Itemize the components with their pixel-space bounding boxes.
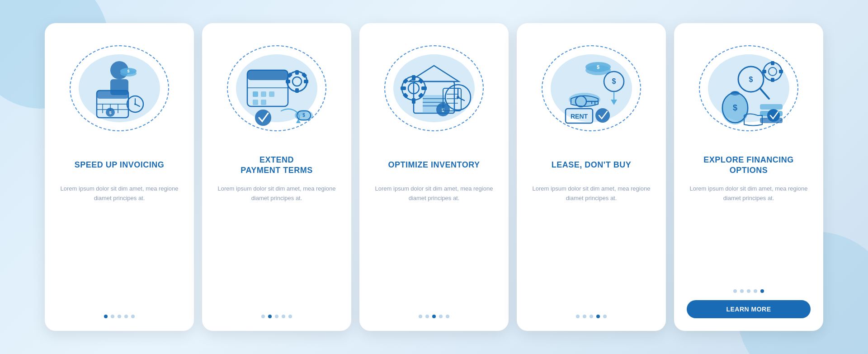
card-3-title: OPTIMIZE INVENTORY <box>388 153 480 177</box>
card-4-dots <box>576 315 607 318</box>
dot[interactable] <box>288 315 292 318</box>
svg-point-72 <box>569 93 600 106</box>
card-5-dots <box>733 289 764 293</box>
svg-text:$: $ <box>109 110 111 115</box>
dot[interactable] <box>425 315 429 318</box>
svg-rect-23 <box>269 91 274 97</box>
dot[interactable] <box>282 315 285 318</box>
card-1-dots <box>104 315 135 318</box>
dot[interactable] <box>419 315 422 318</box>
svg-text:$: $ <box>733 103 737 112</box>
dot[interactable] <box>124 315 128 318</box>
svg-text:$: $ <box>302 113 305 118</box>
svg-point-27 <box>292 77 302 86</box>
svg-rect-92 <box>762 70 766 73</box>
dot[interactable] <box>590 315 593 318</box>
svg-rect-22 <box>261 91 266 97</box>
card-2-desc: Lorem ipsum dolor sit dim amet, mea regi… <box>215 184 339 305</box>
dot[interactable] <box>111 315 114 318</box>
illustration-optimize-inventory: $ <box>380 34 488 143</box>
svg-rect-19 <box>247 70 288 80</box>
svg-rect-24 <box>253 100 258 105</box>
svg-rect-94 <box>760 104 783 110</box>
svg-marker-71 <box>611 100 617 105</box>
svg-point-79 <box>595 108 610 123</box>
dot-active[interactable] <box>268 315 272 318</box>
card-2-dots <box>261 315 292 318</box>
dot[interactable] <box>446 315 449 318</box>
card-1-desc: Lorem ipsum dolor sit dim amet, mea regi… <box>57 184 181 305</box>
svg-rect-49 <box>401 86 406 90</box>
svg-rect-3 <box>97 91 128 99</box>
svg-rect-31 <box>304 80 308 83</box>
illustration-extend-payment: $ <box>222 34 331 143</box>
svg-text:$: $ <box>749 76 753 83</box>
card-4-desc: Lorem ipsum dolor sit dim amet, mea regi… <box>529 184 653 305</box>
card-extend-payment-terms: $ EXTENDPAYMENT TERMS Lorem ipsum dolor … <box>202 23 351 331</box>
svg-rect-21 <box>253 91 258 97</box>
cards-container: $ $ SPEED UP INVOICING Lorem ipsum dolor… <box>36 14 832 340</box>
svg-rect-93 <box>779 70 783 73</box>
svg-rect-50 <box>421 86 427 90</box>
svg-rect-30 <box>286 80 290 83</box>
dot-active[interactable] <box>104 315 108 318</box>
dot[interactable] <box>439 315 443 318</box>
dot[interactable] <box>733 289 737 293</box>
dot[interactable] <box>576 315 580 318</box>
card-5-desc: Lorem ipsum dolor sit dim amet, mea regi… <box>687 184 811 279</box>
svg-rect-29 <box>295 88 299 93</box>
card-lease-dont-buy: $ $ RENT <box>517 23 666 331</box>
card-1-title: SPEED UP INVOICING <box>75 153 165 177</box>
dot[interactable] <box>603 315 607 318</box>
svg-point-34 <box>255 110 271 126</box>
dot[interactable] <box>275 315 278 318</box>
dot[interactable] <box>747 289 750 293</box>
svg-rect-28 <box>295 70 299 75</box>
svg-point-83 <box>731 91 740 96</box>
card-explore-financing: $ $ <box>674 23 823 331</box>
illustration-financing: $ $ <box>694 34 803 143</box>
svg-marker-40 <box>409 66 459 81</box>
svg-rect-91 <box>771 78 774 82</box>
svg-rect-90 <box>771 61 774 65</box>
svg-line-15 <box>135 104 140 106</box>
svg-lease: $ $ RENT <box>548 45 634 131</box>
card-3-desc: Lorem ipsum dolor sit dim amet, mea regi… <box>372 184 496 305</box>
svg-rect-48 <box>412 98 415 104</box>
svg-point-89 <box>769 67 777 76</box>
card-speed-up-invoicing: $ $ SPEED UP INVOICING Lorem ipsum dolor… <box>45 23 194 331</box>
dot-active[interactable] <box>432 315 436 318</box>
card-2-title: EXTENDPAYMENT TERMS <box>241 153 313 177</box>
dot-active[interactable] <box>760 289 764 293</box>
card-3-dots <box>419 315 449 318</box>
card-optimize-inventory: $ OPTIMIZE INVENTORY Lorem ipsum dolor s… <box>359 23 509 331</box>
learn-more-button[interactable]: LEARN MORE <box>687 300 811 318</box>
dot[interactable] <box>754 289 757 293</box>
illustration-lease: $ $ RENT <box>537 34 646 143</box>
svg-invoicing: $ $ <box>76 45 162 131</box>
card-4-title: LEASE, DON'T BUY <box>552 153 631 177</box>
illustration-speed-up-invoicing: $ $ <box>65 34 174 143</box>
svg-payment-terms: $ <box>234 45 320 131</box>
svg-text:$: $ <box>612 77 616 85</box>
dot[interactable] <box>583 315 586 318</box>
card-5-title: EXPLORE FINANCING OPTIONS <box>687 153 811 177</box>
dot[interactable] <box>131 315 135 318</box>
svg-text:RENT: RENT <box>571 113 588 120</box>
svg-rect-25 <box>261 100 266 105</box>
svg-financing: $ $ <box>706 45 792 131</box>
svg-rect-52 <box>418 78 424 84</box>
svg-point-97 <box>767 109 780 122</box>
dot[interactable] <box>118 315 121 318</box>
dot[interactable] <box>261 315 265 318</box>
svg-inventory: $ <box>391 45 477 131</box>
dot[interactable] <box>740 289 744 293</box>
svg-line-86 <box>760 88 769 99</box>
svg-rect-47 <box>412 75 415 81</box>
dot-active[interactable] <box>596 315 600 318</box>
svg-text:$: $ <box>597 64 599 70</box>
svg-text:$: $ <box>127 69 129 73</box>
